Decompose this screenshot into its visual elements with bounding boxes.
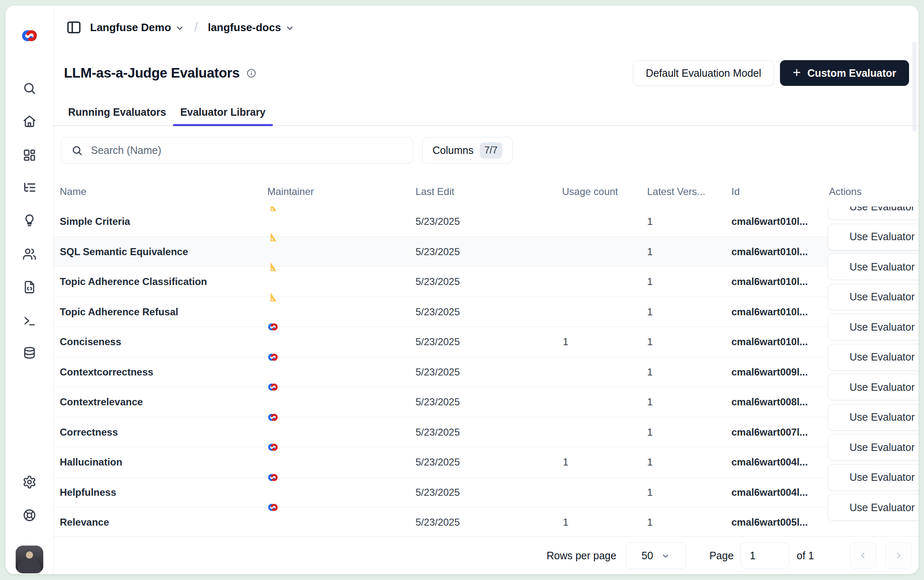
main-area: Langfuse Demo / langfuse-docs LLM-as-a-J… (54, 5, 919, 574)
tab-evaluator-library[interactable]: Evaluator Library (173, 99, 273, 125)
evaluator-name: Correctness (60, 417, 118, 447)
evaluator-name: Simple Criteria (60, 207, 130, 236)
columns-label: Columns (433, 144, 474, 156)
evaluator-id: cmal6wart008l... (731, 387, 808, 417)
info-icon[interactable] (246, 68, 257, 78)
table-row[interactable]: Correctness 5/23/2025 1 cmal6wart007l...… (54, 417, 919, 448)
home-icon[interactable] (5, 113, 53, 129)
latest-version: 1 (647, 357, 653, 387)
lightbulb-icon[interactable] (5, 212, 53, 229)
last-edit-date: 5/23/2025 (416, 207, 460, 236)
table-row[interactable]: Simple Criteria 5/23/2025 1 cmal6wart010… (54, 207, 919, 237)
users-icon[interactable] (5, 246, 53, 262)
settings-gear-icon[interactable] (5, 474, 53, 490)
evaluator-id: cmal6wart004l... (731, 478, 808, 507)
maintainer-cell (267, 351, 279, 363)
maintainer-cell (267, 502, 279, 513)
table-row[interactable]: Topic Adherence Refusal 5/23/2025 1 cmal… (54, 297, 919, 327)
table-row[interactable]: Contextcorrectness 5/23/2025 1 cmal6wart… (54, 357, 919, 387)
usage-count: 1 (563, 327, 568, 356)
page-title: LLM-as-a-Judge Evaluators (64, 65, 240, 81)
use-evaluator-button[interactable]: Use Evaluator (828, 284, 919, 310)
latest-version: 1 (647, 267, 653, 296)
last-edit-date: 5/23/2025 (416, 447, 460, 477)
use-evaluator-button[interactable]: Use Evaluator (828, 207, 919, 220)
user-avatar[interactable] (15, 546, 43, 573)
evaluator-id: cmal6wart010l... (731, 297, 808, 327)
maintainer-cell (267, 472, 279, 483)
dashboard-icon[interactable] (5, 147, 53, 163)
plus-icon: + (793, 66, 801, 79)
evaluator-name: Topic Adherence Classification (60, 267, 207, 296)
use-evaluator-button[interactable]: Use Evaluator (828, 314, 919, 340)
table-row[interactable]: Conciseness 5/23/2025 1 1 cmal6wart010l.… (54, 327, 919, 357)
search-icon[interactable] (5, 80, 53, 97)
use-evaluator-button[interactable]: Use Evaluator (828, 374, 919, 400)
langfuse-maintainer-icon (267, 351, 279, 363)
next-page-button[interactable] (885, 542, 912, 569)
table-row[interactable]: Contextrelevance 5/23/2025 1 cmal6wart00… (54, 387, 919, 417)
page-number-input[interactable] (740, 542, 789, 569)
evaluator-id: cmal6wart010l... (731, 267, 808, 296)
maintainer-cell (267, 442, 279, 453)
evaluator-name: SQL Semantic Equivalence (60, 237, 188, 266)
support-lifebuoy-icon[interactable] (5, 507, 53, 524)
pagination-bar: Rows per page 50 Page of 1 (54, 536, 919, 574)
breadcrumb-organization[interactable]: Langfuse Demo (90, 21, 184, 34)
ragas-maintainer-icon (267, 261, 279, 273)
breadcrumb-project-label: langfuse-docs (208, 21, 281, 34)
maintainer-cell (267, 412, 279, 423)
table-row[interactable]: Relevance 5/23/2025 1 1 cmal6wart005l...… (54, 507, 919, 537)
last-edit-date: 5/23/2025 (416, 237, 460, 266)
chevron-down-icon (661, 552, 670, 561)
terminal-icon[interactable] (5, 312, 53, 329)
evaluator-name: Topic Adherence Refusal (60, 297, 178, 327)
vertical-scrollbar-thumb[interactable] (912, 41, 917, 132)
evaluator-id: cmal6wart009l... (731, 357, 808, 387)
table-row[interactable]: Topic Adherence Classification 5/23/2025… (54, 267, 919, 297)
use-evaluator-button[interactable]: Use Evaluator (828, 224, 919, 250)
tab-bar: Running Evaluators Evaluator Library (54, 99, 919, 126)
columns-button[interactable]: Columns 7/7 (422, 137, 513, 163)
action-cell: Use Evaluator (828, 374, 919, 400)
use-evaluator-button[interactable]: Use Evaluator (828, 494, 919, 521)
previous-page-button[interactable] (850, 542, 876, 569)
rows-per-page-select[interactable]: 50 (626, 542, 686, 569)
top-bar: Langfuse Demo / langfuse-docs (54, 5, 919, 50)
use-evaluator-button[interactable]: Use Evaluator (828, 464, 919, 491)
latest-version: 1 (647, 327, 653, 356)
page-content: LLM-as-a-Judge Evaluators Default Evalua… (54, 49, 919, 537)
table-row[interactable]: SQL Semantic Equivalence 5/23/2025 1 cma… (54, 237, 919, 267)
sidebar-toggle-icon[interactable] (66, 19, 82, 35)
breadcrumb-project[interactable]: langfuse-docs (208, 21, 294, 34)
last-edit-date: 5/23/2025 (416, 357, 460, 387)
search-box[interactable] (61, 137, 413, 163)
last-edit-date: 5/23/2025 (416, 387, 460, 417)
table-header: Name Maintainer Last Edit Usage count La… (54, 176, 919, 207)
table-rows: Simple Criteria 5/23/2025 1 cmal6wart010… (54, 207, 919, 537)
chevron-right-icon (894, 551, 903, 560)
evaluator-name: Contextrelevance (60, 387, 143, 417)
usage-count: 1 (563, 447, 568, 477)
tracing-tree-icon[interactable] (5, 179, 53, 196)
use-evaluator-button[interactable]: Use Evaluator (828, 253, 919, 280)
evaluator-name: Relevance (60, 507, 109, 537)
page-of-label: of 1 (797, 550, 814, 562)
file-code-icon[interactable] (5, 279, 53, 295)
maintainer-cell (267, 382, 279, 393)
langfuse-maintainer-icon (267, 382, 279, 393)
database-icon[interactable] (5, 345, 53, 361)
default-evaluation-model-button[interactable]: Default Evaluation Model (633, 60, 774, 86)
search-input[interactable] (90, 144, 403, 157)
latest-version: 1 (647, 237, 653, 266)
use-evaluator-button[interactable]: Use Evaluator (828, 434, 919, 461)
table-row[interactable]: Helpfulness 5/23/2025 1 cmal6wart004l...… (54, 478, 919, 508)
last-edit-date: 5/23/2025 (416, 417, 460, 447)
custom-evaluator-button[interactable]: + Custom Evaluator (780, 60, 909, 86)
use-evaluator-button[interactable]: Use Evaluator (828, 404, 919, 431)
langfuse-maintainer-icon (267, 412, 279, 423)
use-evaluator-button[interactable]: Use Evaluator (828, 344, 919, 370)
tab-running-evaluators[interactable]: Running Evaluators (61, 99, 173, 125)
table-row[interactable]: Hallucination 5/23/2025 1 1 cmal6wart004… (54, 447, 919, 478)
breadcrumb-separator: / (194, 20, 198, 35)
